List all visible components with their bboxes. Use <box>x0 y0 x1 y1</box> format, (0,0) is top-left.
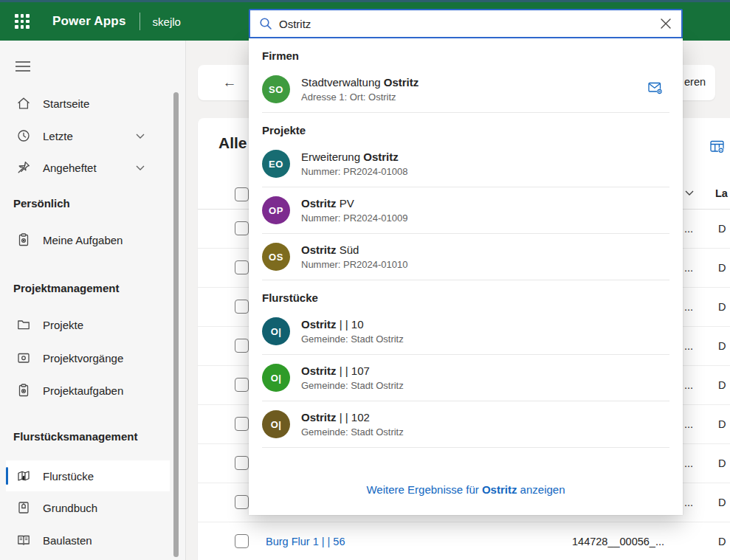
sidebar-item-meine-aufgaben[interactable]: Meine Aufgaben <box>0 225 171 255</box>
truncated-value: ... <box>684 262 693 274</box>
search-icon <box>259 17 272 30</box>
row-checkbox[interactable] <box>235 300 249 314</box>
land-cell-partial: D <box>718 457 726 469</box>
search-clear-icon[interactable] <box>655 13 677 35</box>
sidebar-item-flurstuecke[interactable]: Flurstücke <box>6 460 170 491</box>
chevron-down-icon[interactable] <box>136 165 145 170</box>
table-row[interactable]: Burg Flur 1 | | 56 144728__00056_... D <box>198 522 730 560</box>
sidebar-item-label: Baulasten <box>43 534 92 547</box>
map-icon <box>16 469 31 483</box>
sidebar-item-label: Angeheftet <box>43 162 97 174</box>
result-title: Ostritz Süd <box>301 243 408 256</box>
sidebar-item-label: Flurstücke <box>43 470 94 483</box>
truncated-value: ... <box>684 340 693 352</box>
clock-icon <box>16 128 31 143</box>
global-search-box[interactable] <box>249 9 683 38</box>
open-book-icon <box>16 533 31 547</box>
home-icon <box>16 96 31 111</box>
avatar: EO <box>262 150 290 178</box>
search-results-dropdown: Firmen SO Stadtverwaltung Ostritz Adress… <box>249 38 683 515</box>
result-title: Stadtverwaltung Ostritz <box>301 76 419 89</box>
record-value: 144728__00056_... <box>572 536 664 547</box>
clipboard-gear-icon <box>16 232 31 247</box>
result-subtitle: Gemeinde: Stadt Ostritz <box>301 380 404 391</box>
result-subtitle: Adresse 1: Ort: Ostritz <box>301 91 419 103</box>
row-checkbox[interactable] <box>235 221 249 235</box>
result-subtitle: Nummer: PR2024-01009 <box>301 212 408 224</box>
column-header-partial[interactable]: La <box>715 187 728 199</box>
avatar: OS <box>262 243 290 271</box>
sidebar-item-label: Projekte <box>43 319 83 331</box>
header-divider <box>140 13 140 30</box>
more-results-link[interactable]: Weitere Ergebnisse für Ostritz anzeigen <box>249 469 683 515</box>
result-item-flurstueck[interactable]: O| Ostritz | | 102 Gemeinde: Stadt Ostri… <box>249 401 683 447</box>
app-launcher-waffle-icon[interactable] <box>13 12 32 31</box>
result-title: Ostritz PV <box>301 197 408 210</box>
result-item-flurstueck[interactable]: O| Ostritz | | 107 Gemeinde: Stadt Ostri… <box>249 355 683 401</box>
book-icon <box>16 500 31 515</box>
row-checkbox[interactable] <box>235 260 249 274</box>
clipboard-gear-icon <box>16 383 31 398</box>
avatar: OP <box>262 196 290 224</box>
result-item-projekt[interactable]: OP Ostritz PV Nummer: PR2024-01009 <box>249 187 683 233</box>
search-input[interactable] <box>279 18 655 30</box>
send-email-icon[interactable] <box>648 82 664 98</box>
sidebar-item-label: Projektaufgaben <box>43 384 123 397</box>
power-apps-brand[interactable]: Power Apps <box>52 14 126 29</box>
collapse-sidebar-icon[interactable] <box>15 61 31 72</box>
sidebar-item-label: Meine Aufgaben <box>43 234 123 246</box>
sidebar-item-label: Startseite <box>43 97 89 110</box>
results-section-header: Flurstücke <box>249 280 683 308</box>
divider <box>262 447 669 448</box>
result-subtitle: Nummer: PR2024-01008 <box>301 166 408 177</box>
select-all-checkbox[interactable] <box>235 187 249 201</box>
sidebar-item-letzte[interactable]: Letzte <box>0 121 171 151</box>
result-subtitle: Gemeinde: Stadt Ostritz <box>301 426 404 438</box>
result-subtitle: Gemeinde: Stadt Ostritz <box>301 333 404 345</box>
result-item-projekt[interactable]: EO Erweiterung Ostritz Nummer: PR2024-01… <box>249 141 683 187</box>
avatar: O| <box>262 410 290 438</box>
sidebar-item-projektaufgaben[interactable]: Projektaufgaben <box>0 376 171 405</box>
result-item-flurstueck[interactable]: O| Ostritz | | 10 Gemeinde: Stadt Ostrit… <box>249 308 683 354</box>
edit-columns-icon[interactable] <box>709 139 725 157</box>
sidebar-item-projekte[interactable]: Projekte <box>0 310 171 339</box>
truncated-value: ... <box>684 418 693 430</box>
avatar: O| <box>262 364 290 392</box>
sidebar-item-angeheftet[interactable]: Angeheftet <box>0 153 171 182</box>
land-cell-partial: D <box>718 262 726 274</box>
land-cell-partial: D <box>718 340 726 352</box>
column-chevron-down-icon[interactable] <box>685 190 694 196</box>
land-cell-partial: D <box>718 301 726 313</box>
result-title: Erweiterung Ostritz <box>301 151 408 163</box>
record-link[interactable]: Burg Flur 1 | | 56 <box>266 536 345 547</box>
results-section-header: Projekte <box>249 113 683 141</box>
avatar: O| <box>262 317 290 345</box>
sidebar-item-baulasten[interactable]: Baulasten <box>0 525 171 555</box>
row-checkbox[interactable] <box>235 495 249 509</box>
chevron-down-icon[interactable] <box>136 134 145 139</box>
row-checkbox[interactable] <box>235 456 249 470</box>
sidebar-scrollbar[interactable] <box>173 92 179 557</box>
truncated-value: ... <box>684 223 693 235</box>
back-button[interactable]: ← <box>218 72 241 94</box>
sidebar-item-startseite[interactable]: Startseite <box>0 89 171 118</box>
row-checkbox[interactable] <box>235 378 249 392</box>
environment-name[interactable]: skejlo <box>153 15 181 28</box>
result-item-projekt[interactable]: OS Ostritz Süd Nummer: PR2024-01010 <box>249 234 683 280</box>
land-cell-partial: D <box>718 379 726 391</box>
result-subtitle: Nummer: PR2024-01010 <box>301 259 408 270</box>
command-bar-partial-label[interactable]: eren <box>684 76 706 88</box>
sidebar-item-projektvorgaenge[interactable]: Projektvorgänge <box>0 343 171 373</box>
land-cell-partial: D <box>718 418 726 430</box>
truncated-value: ... <box>684 301 693 313</box>
land-cell-partial: D <box>718 536 726 547</box>
sidebar-item-grundbuch[interactable]: Grundbuch <box>0 493 171 522</box>
sidebar-item-label: Projektvorgänge <box>43 352 123 364</box>
results-section-header: Firmen <box>249 38 683 66</box>
result-item-firma[interactable]: SO Stadtverwaltung Ostritz Adresse 1: Or… <box>249 66 683 112</box>
row-checkbox[interactable] <box>235 534 249 548</box>
avatar: SO <box>262 75 290 103</box>
row-checkbox[interactable] <box>235 417 249 431</box>
view-title[interactable]: Alle <box>218 134 247 152</box>
row-checkbox[interactable] <box>235 339 249 353</box>
